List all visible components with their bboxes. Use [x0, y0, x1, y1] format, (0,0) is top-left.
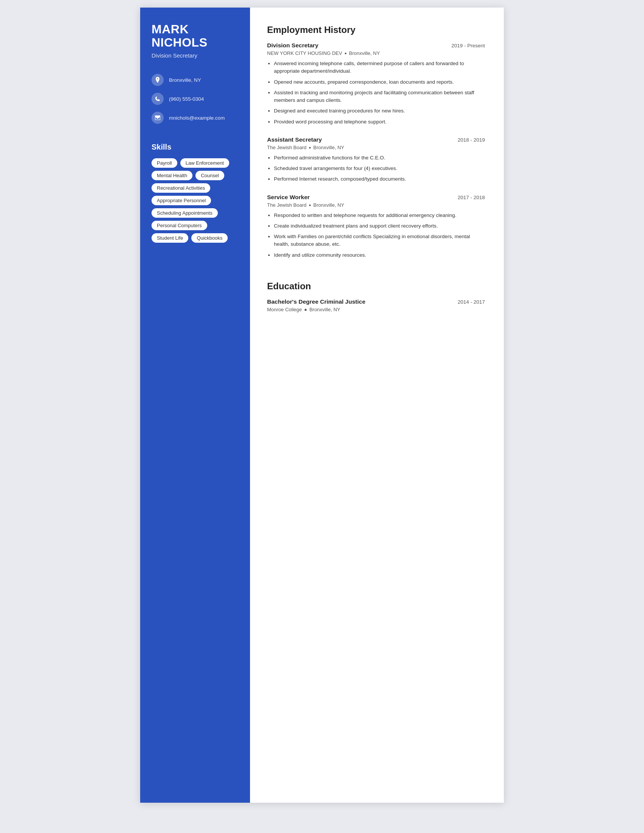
employment-section: Employment History Division Secretary 20… [267, 25, 485, 270]
skill-tag: Mental Health [151, 171, 192, 180]
skill-tag: Appropriate Personnel [151, 196, 211, 205]
separator-dot: ● [345, 51, 347, 55]
skill-tag: Recreational Activities [151, 183, 210, 193]
school-location: Bronxville, NY [309, 307, 341, 312]
job-header: Division Secretary 2019 - Present [267, 42, 485, 49]
contact-email: mnichols@example.com [151, 112, 239, 124]
job-header: Service Worker 2017 - 2018 [267, 194, 485, 201]
skills-section: Skills PayrollLaw EnforcementMental Heal… [151, 143, 239, 243]
bullet-item: Create individualized treatment plans an… [274, 222, 485, 230]
contact-location: Bronxville, NY [151, 74, 239, 86]
bullet-item: Work with Families on parent/child confl… [274, 233, 485, 248]
job-company: The Jewish Board ● Bronxville, NY [267, 202, 485, 208]
bullet-item: Performed administrative functions for t… [274, 154, 485, 162]
job-company: NEW YORK CITY HOUSING DEV ● Bronxville, … [267, 50, 485, 56]
phone-icon [151, 93, 164, 105]
candidate-title: Division Secretary [151, 52, 239, 59]
job-bullets: Performed administrative functions for t… [267, 154, 485, 183]
main-content: Employment History Division Secretary 20… [250, 8, 504, 803]
employment-heading: Employment History [267, 25, 485, 35]
sidebar: MARK NICHOLS Division Secretary Bronxvil… [140, 8, 250, 803]
job-bullets: Answered incoming telephone calls, deter… [267, 60, 485, 126]
email-icon [151, 112, 164, 124]
company-name: NEW YORK CITY HOUSING DEV [267, 50, 342, 56]
separator-dot: ● [309, 203, 311, 207]
job-dates: 2017 - 2018 [457, 195, 485, 200]
skill-tag: Scheduling Appointments [151, 208, 218, 218]
bullet-item: Opened new accounts, prepared correspond… [274, 78, 485, 86]
contact-section: Bronxville, NY (960) 555-0304 mnichols@e… [151, 74, 239, 124]
bullet-item: Identify and utilize community resources… [274, 251, 485, 259]
separator-dot: ● [304, 307, 307, 312]
job-block: Assistant Secretary 2018 - 2019 The Jewi… [267, 136, 485, 183]
bullet-item: Performed Internet research, composed/ty… [274, 175, 485, 183]
bullet-item: Assisted in tracking and monitoring proj… [274, 89, 485, 105]
job-company: The Jewish Board ● Bronxville, NY [267, 145, 485, 150]
skills-tags: PayrollLaw EnforcementMental HealthCouns… [151, 158, 239, 243]
company-name: The Jewish Board [267, 145, 306, 150]
bullet-item: Answered incoming telephone calls, deter… [274, 60, 485, 76]
skill-tag: Law Enforcement [180, 158, 229, 168]
job-title: Assistant Secretary [267, 136, 322, 143]
contact-phone: (960) 555-0304 [151, 93, 239, 105]
job-title: Service Worker [267, 194, 310, 201]
skill-tag: Student Life [151, 233, 188, 243]
bullet-item: Provided word processing and telephone s… [274, 118, 485, 126]
company-location: Bronxville, NY [313, 202, 345, 208]
bullet-item: Responded to written and telephone reque… [274, 212, 485, 219]
job-block: Service Worker 2017 - 2018 The Jewish Bo… [267, 194, 485, 259]
skill-tag: Counsel [195, 171, 224, 180]
job-dates: 2018 - 2019 [457, 137, 485, 143]
edu-header: Bachelor's Degree Criminal Justice 2014 … [267, 298, 485, 305]
job-bullets: Responded to written and telephone reque… [267, 212, 485, 259]
edu-dates: 2014 - 2017 [457, 299, 485, 305]
separator-dot: ● [309, 145, 311, 150]
resume-wrapper: MARK NICHOLS Division Secretary Bronxvil… [140, 8, 504, 803]
edu-degree: Bachelor's Degree Criminal Justice [267, 298, 365, 305]
job-header: Assistant Secretary 2018 - 2019 [267, 136, 485, 143]
company-location: Bronxville, NY [313, 145, 345, 150]
job-title: Division Secretary [267, 42, 318, 49]
skill-tag: Payroll [151, 158, 177, 168]
job-block: Division Secretary 2019 - Present NEW YO… [267, 42, 485, 126]
company-name: The Jewish Board [267, 202, 306, 208]
education-heading: Education [267, 281, 485, 291]
education-block: Bachelor's Degree Criminal Justice 2014 … [267, 298, 485, 312]
skills-heading: Skills [151, 143, 239, 151]
skill-tag: Quickbooks [191, 233, 228, 243]
edu-school: Monroe College ● Bronxville, NY [267, 307, 485, 312]
location-icon [151, 74, 164, 86]
education-section: Education Bachelor's Degree Criminal Jus… [267, 281, 485, 317]
bullet-item: Designed and executed training procedure… [274, 107, 485, 115]
job-dates: 2019 - Present [451, 43, 485, 48]
school-name: Monroe College [267, 307, 302, 312]
skill-tag: Personal Computers [151, 221, 207, 230]
bullet-item: Scheduled travel arrangements for four (… [274, 165, 485, 172]
candidate-name: MARK NICHOLS [151, 23, 239, 49]
company-location: Bronxville, NY [349, 50, 380, 56]
